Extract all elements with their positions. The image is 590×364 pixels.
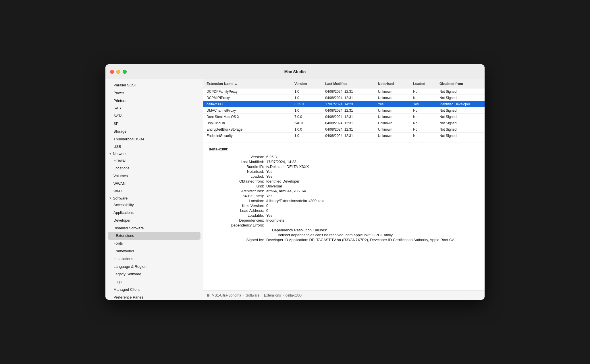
sidebar-item-managed-client[interactable]: Managed Client: [105, 286, 203, 294]
detail-value-obtained: Identified Developer: [266, 179, 479, 183]
cell-name: Dont Steal Mac OS X: [205, 115, 293, 119]
detail-label-loadable: Loadable:: [209, 213, 266, 218]
detail-value-loadable: Yes: [266, 213, 479, 218]
sidebar-item-applications[interactable]: Applications: [105, 209, 203, 217]
sidebar-section-software[interactable]: ▼ Software: [105, 195, 203, 201]
table-row[interactable]: DCPDPFamilyProxy 1.0 04/08/2024, 12:31 U…: [203, 88, 485, 95]
detail-value-modified: 17/07/2024, 14:23: [266, 160, 479, 164]
window-title: Mac Studio: [284, 69, 306, 74]
sidebar-item-storage[interactable]: Storage: [105, 128, 203, 135]
cell-notarised: Unknown: [377, 96, 412, 100]
table-row[interactable]: EncryptedBlockStorage 1.0.0 04/08/2024, …: [203, 126, 485, 133]
sidebar-item-disabled-software[interactable]: Disabled Software: [105, 224, 203, 232]
detail-grid: Version: 6.25.3 Last Modified: 17/07/202…: [209, 155, 479, 242]
cell-obtained: Not Signed: [438, 90, 482, 94]
table-row[interactable]: DMAChannelProxy 1.0 04/08/2024, 12:31 Un…: [203, 107, 485, 114]
chevron-down-icon-software: ▼: [109, 197, 112, 200]
detail-value-dependencies: Incomplete: [266, 218, 479, 222]
breadcrumb-item-2[interactable]: Software: [246, 293, 259, 297]
sidebar-item-preference-panes[interactable]: Preference Panes: [105, 294, 203, 300]
sidebar-item-wifi[interactable]: Wi-Fi: [105, 187, 203, 195]
cell-obtained: Not Signed: [438, 127, 482, 131]
cell-name: EncryptedBlockStorage: [205, 127, 293, 131]
table-header: Extension Name ▲ Version Last Modified N…: [203, 79, 485, 88]
detail-label-dependencies: Dependencies:: [209, 218, 266, 222]
sidebar-item-accessibility[interactable]: Accessibility: [105, 201, 203, 209]
table-row[interactable]: DspFuncLib 540.3 04/08/2024, 12:31 Unkno…: [203, 120, 485, 126]
close-button[interactable]: [110, 70, 114, 74]
breadcrumb-separator: ›: [243, 293, 244, 297]
cell-modified: 04/08/2024, 12:31: [324, 134, 377, 138]
sidebar-item-developer[interactable]: Developer: [105, 217, 203, 224]
cell-obtained: Not Signed: [438, 115, 482, 119]
breadcrumb-separator: ›: [283, 293, 284, 297]
cell-version: 1.0: [293, 96, 324, 100]
detail-label-modified: Last Modified:: [209, 160, 266, 164]
sidebar-item-legacy-software[interactable]: Legacy Software: [105, 270, 203, 278]
cell-loaded: No: [412, 109, 438, 113]
detail-value-dep-errors: [266, 223, 479, 227]
detail-label-load-addr: Load Address:: [209, 208, 266, 213]
sidebar-item-volumes[interactable]: Volumes: [105, 172, 203, 180]
sort-asc-icon: ▲: [234, 82, 237, 85]
sidebar-item-language-region[interactable]: Language & Region: [105, 263, 203, 271]
cell-obtained: Identified Developer: [438, 102, 482, 106]
col-last-modified[interactable]: Last Modified: [324, 82, 377, 86]
sidebar-item-usb[interactable]: USB: [105, 143, 203, 151]
breadcrumb-item-3[interactable]: Extensions: [264, 293, 281, 297]
detail-value-kext-version: 0: [266, 204, 479, 208]
titlebar: Mac Studio: [105, 64, 485, 79]
cell-name: DMAChannelProxy: [205, 109, 293, 113]
sidebar-item-firewall[interactable]: Firewall: [105, 157, 203, 164]
sidebar-item-locations[interactable]: Locations: [105, 164, 203, 172]
sidebar-item-fonts[interactable]: Fonts: [105, 240, 203, 247]
sidebar-software-label: Software: [113, 196, 128, 200]
sidebar-item-thunderbolt[interactable]: Thunderbolt/USB4: [105, 135, 203, 143]
detail-value-indirect-dep: Indirect dependencies can't be resolved:…: [266, 233, 479, 237]
detail-label-arch: Architectures:: [209, 189, 266, 193]
sidebar-item-sas[interactable]: SAS: [105, 104, 203, 112]
cell-loaded: No: [412, 121, 438, 125]
detail-label-blank2: [209, 233, 266, 237]
cell-version: 1.0: [293, 134, 324, 138]
detail-value-dep-resolution: Dependency Resolution Failures:: [266, 228, 479, 232]
minimize-button[interactable]: [116, 70, 120, 74]
cell-version: 7.0.0: [293, 115, 324, 119]
sidebar-item-sata[interactable]: SATA: [105, 112, 203, 120]
cell-version: 1.0.0: [293, 127, 324, 131]
cell-notarised: Unknown: [377, 109, 412, 113]
detail-label-location: Location:: [209, 199, 266, 203]
breadcrumb-item-1[interactable]: MS1-Ultra-Sonoma: [212, 293, 241, 297]
sidebar-section-network[interactable]: ▼ Network: [105, 151, 203, 157]
sidebar-item-parallel-scsi[interactable]: Parallel SCSI: [105, 82, 203, 89]
table-row[interactable]: EndpointSecurity 1.0 04/08/2024, 12:31 U…: [203, 133, 485, 139]
detail-label-signed: Signed by:: [209, 238, 266, 242]
col-notarised[interactable]: Notarised: [377, 82, 412, 86]
table-row-selected[interactable]: delta-x300 6.25.3 17/07/2024, 14:23 Yes …: [203, 101, 485, 107]
table-row[interactable]: Dont Steal Mac OS X 7.0.0 04/08/2024, 12…: [203, 114, 485, 120]
sidebar-item-extensions[interactable]: Extensions: [108, 232, 200, 240]
col-obtained-from[interactable]: Obtained from: [438, 82, 482, 86]
detail-title: delta-x300:: [209, 147, 479, 151]
sidebar-item-logs[interactable]: Logs: [105, 278, 203, 286]
col-extension-name[interactable]: Extension Name ▲: [205, 82, 293, 86]
detail-label-dep-errors: Dependency Errors:: [209, 223, 266, 227]
table-row[interactable]: DCPMIPIProxy 1.0 04/08/2024, 12:31 Unkno…: [203, 95, 485, 101]
detail-value-version: 6.25.3: [266, 155, 479, 159]
maximize-button[interactable]: [123, 70, 127, 74]
detail-value-load-addr: 0: [266, 208, 479, 213]
sidebar-item-power[interactable]: Power: [105, 89, 203, 97]
sidebar-item-installations[interactable]: Installations: [105, 255, 203, 263]
breadcrumb-item-4[interactable]: delta-x300: [286, 293, 302, 297]
sidebar-item-spi[interactable]: SPI: [105, 120, 203, 128]
col-version[interactable]: Version: [293, 82, 324, 86]
col-loaded[interactable]: Loaded: [412, 82, 438, 86]
sidebar-item-wwan[interactable]: WWAN: [105, 180, 203, 188]
cell-notarised: Yes: [377, 102, 412, 106]
cell-notarised: Unknown: [377, 115, 412, 119]
main-content: Extension Name ▲ Version Last Modified N…: [203, 79, 485, 300]
sidebar-item-printers[interactable]: Printers: [105, 97, 203, 105]
sidebar-item-frameworks[interactable]: Frameworks: [105, 247, 203, 255]
chevron-down-icon: ▼: [109, 152, 112, 155]
cell-notarised: Unknown: [377, 134, 412, 138]
